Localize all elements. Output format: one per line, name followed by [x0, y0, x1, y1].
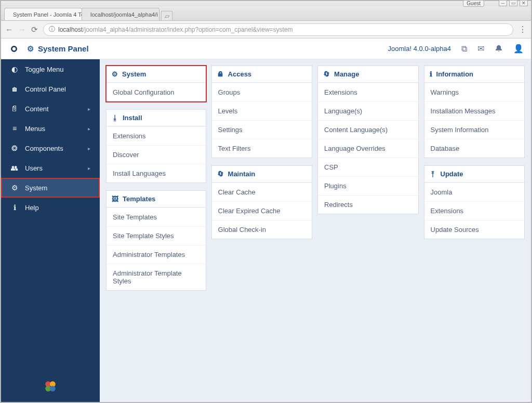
new-tab-button[interactable]: ▱: [161, 11, 172, 20]
gear-icon: ⚙: [27, 44, 34, 54]
panel-card-title-text: Manage: [334, 70, 359, 78]
panel-link[interactable]: Extensions: [424, 201, 524, 220]
site-info-icon[interactable]: ⓘ: [49, 25, 55, 34]
sidebar-item-menus[interactable]: ≡ Menus ▸: [1, 119, 100, 138]
panel-link[interactable]: Language Overrides: [318, 139, 418, 158]
puzzle-icon: ❂: [10, 144, 19, 152]
address-bar[interactable]: ⓘ localhost/joomla4_alpha4/administrator…: [43, 23, 513, 36]
sidebar-item-system[interactable]: ⚙ System: [1, 178, 100, 198]
sidebar-item-toggle[interactable]: ◐ Toggle Menu: [1, 59, 100, 79]
panel-card-title-text: Information: [436, 70, 474, 78]
sidebar: ◐ Toggle Menu 🏠︎ Control Panel 📄︎ Conten…: [1, 59, 100, 402]
panel-link[interactable]: Update Sources: [424, 220, 524, 239]
sidebar-item-control-panel[interactable]: 🏠︎ Control Panel: [1, 79, 100, 99]
close-window-button[interactable]: ✕: [520, 0, 528, 6]
panel-link[interactable]: Global Configuration: [107, 83, 206, 101]
panel-card: ⚙SystemGlobal Configuration: [106, 66, 206, 102]
joomla-logo-icon: [44, 380, 57, 393]
panel-link[interactable]: Administrator Template Styles: [107, 264, 206, 290]
panel-link[interactable]: CSP: [318, 158, 418, 176]
panel-link[interactable]: Site Templates: [107, 207, 206, 226]
panel-card-title-text: Maintain: [228, 170, 256, 178]
panel-card-title-text: Install: [123, 114, 142, 122]
users-icon: 👥︎: [10, 164, 19, 172]
sidebar-item-help[interactable]: ℹ Help: [1, 198, 100, 217]
panel-link[interactable]: Install Languages: [107, 164, 206, 183]
panel-card: ⭳InstallExtensionsDiscoverInstall Langua…: [106, 109, 206, 183]
panel-link[interactable]: Extensions: [318, 83, 418, 101]
forward-button[interactable]: →: [18, 25, 26, 34]
tab-title: System Panel - Joomla 4 Te: [13, 11, 82, 18]
gear-icon: ⚙: [112, 70, 118, 78]
browser-tab-active[interactable]: System Panel - Joomla 4 Te ×: [4, 8, 82, 20]
panel-link[interactable]: Settings: [212, 120, 312, 139]
content-area: ⚙SystemGlobal Configuration⭳InstallExten…: [100, 59, 531, 402]
back-button[interactable]: ←: [5, 25, 13, 34]
panel-card-title: ℹInformation: [424, 66, 524, 83]
home-icon: 🏠︎: [10, 85, 19, 93]
panel-link[interactable]: Administrator Templates: [107, 245, 206, 264]
panel-link[interactable]: Installation Messages: [424, 101, 524, 120]
panel-card: 🖼︎TemplatesSite TemplatesSite Template S…: [106, 190, 206, 291]
mail-icon[interactable]: ✉: [477, 44, 484, 54]
sidebar-item-label: Components: [25, 145, 63, 152]
sidebar-item-content[interactable]: 📄︎ Content ▸: [1, 99, 100, 119]
panel-card-title-text: Templates: [123, 195, 155, 203]
panel-card-title: 🔄︎Manage: [318, 66, 418, 83]
panel-link[interactable]: Groups: [212, 83, 312, 101]
app-body: ◐ Toggle Menu 🏠︎ Control Panel 📄︎ Conten…: [1, 59, 531, 402]
panel-card: 🔄︎MaintainClear CacheClear Expired Cache…: [211, 165, 312, 239]
panel-link[interactable]: Redirects: [318, 195, 418, 214]
panel-link[interactable]: Clear Cache: [212, 183, 312, 201]
sidebar-item-label: Content: [25, 105, 49, 113]
panel-link[interactable]: Text Filters: [212, 139, 312, 158]
external-link-icon[interactable]: ⧉: [461, 44, 467, 54]
panel-card-title: ⭳Install: [107, 110, 206, 126]
panel-link[interactable]: Plugins: [318, 176, 418, 195]
page-title-wrap: ⚙ System Panel: [27, 44, 89, 54]
browser-menu-button[interactable]: ⋮: [518, 24, 527, 34]
image-icon: 🖼︎: [112, 195, 118, 203]
sidebar-item-label: Users: [25, 164, 43, 172]
minimize-button[interactable]: ─: [499, 0, 507, 6]
info-icon: ℹ: [430, 70, 432, 78]
user-icon[interactable]: 👤: [513, 44, 524, 54]
panel-link[interactable]: Levels: [212, 101, 312, 120]
browser-tab-inactive[interactable]: localhost/joomla4_alpha4/i ×: [82, 8, 159, 20]
sidebar-item-users[interactable]: 👥︎ Users ▸: [1, 158, 100, 178]
version-link[interactable]: Joomla! 4.0.0-alpha4: [388, 45, 451, 53]
sidebar-item-label: Control Panel: [25, 85, 66, 93]
download-icon: ⭳: [112, 114, 118, 122]
url-host: localhost: [58, 26, 83, 33]
panel-card: ⭱UpdateJoomlaExtensionsUpdate Sources: [424, 165, 525, 239]
panel-link[interactable]: System Information: [424, 120, 524, 139]
info-icon: ℹ: [10, 203, 19, 212]
page-title: System Panel: [38, 44, 89, 53]
browser-toolbar: ← → ⟳ ⓘ localhost/joomla4_alpha4/adminis…: [1, 21, 531, 38]
window-titlebar: Guest ─ ▭ ✕: [1, 1, 531, 6]
reload-button[interactable]: ⟳: [31, 25, 38, 34]
panel-link[interactable]: Database: [424, 139, 524, 158]
maximize-button[interactable]: ▭: [509, 0, 517, 6]
file-icon: 📄︎: [10, 105, 19, 113]
panel-card-title-text: Access: [228, 70, 252, 78]
bell-icon[interactable]: 🔔︎: [495, 44, 503, 54]
panel-link[interactable]: Joomla: [424, 183, 524, 201]
panel-link[interactable]: Warnings: [424, 83, 524, 101]
panel-card: 🔒︎AccessGroupsLevelsSettingsText Filters: [211, 66, 312, 158]
window-buttons: ─ ▭ ✕: [499, 0, 528, 6]
panel-link[interactable]: Content Language(s): [318, 120, 418, 139]
toggle-icon: ◐: [10, 65, 19, 73]
panel-link[interactable]: Site Template Styles: [107, 226, 206, 245]
joomla-logo-icon: [8, 43, 20, 55]
panel-link[interactable]: Language(s): [318, 101, 418, 120]
panel-link[interactable]: Global Check-in: [212, 220, 312, 239]
panel-link[interactable]: Extensions: [107, 126, 206, 145]
panel-link[interactable]: Clear Expired Cache: [212, 201, 312, 220]
refresh-icon: 🔄︎: [323, 70, 330, 78]
chevron-right-icon: ▸: [88, 146, 90, 151]
gear-icon: ⚙: [10, 184, 19, 192]
panel-column: ℹInformationWarningsInstallation Message…: [424, 66, 525, 239]
panel-link[interactable]: Discover: [107, 145, 206, 164]
sidebar-item-components[interactable]: ❂ Components ▸: [1, 138, 100, 158]
